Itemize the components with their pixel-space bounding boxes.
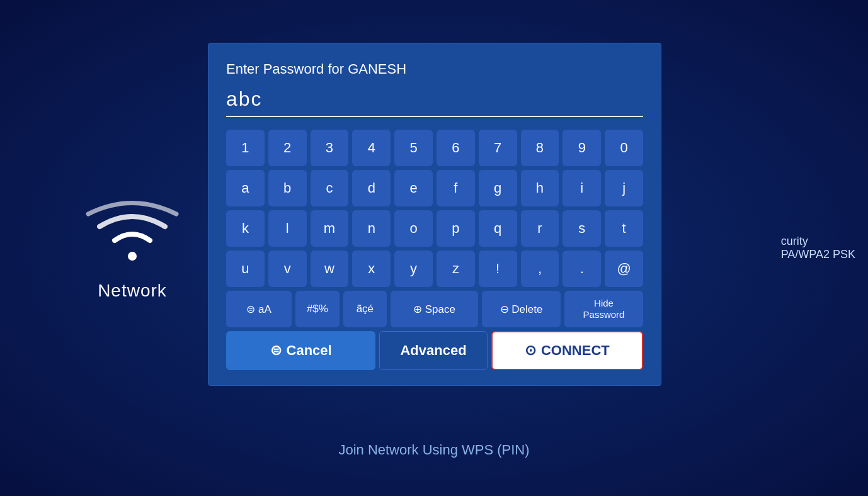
- key-k[interactable]: k: [226, 210, 265, 247]
- key-y[interactable]: y: [394, 251, 433, 287]
- key-row-u-at: u v w x y z ! , . @: [226, 251, 643, 287]
- key-9[interactable]: 9: [562, 130, 601, 166]
- key-f[interactable]: f: [437, 170, 475, 206]
- password-field[interactable]: abc: [226, 87, 643, 117]
- connect-button[interactable]: ⊙ CONNECT: [491, 331, 643, 370]
- key-at[interactable]: @: [605, 251, 643, 287]
- key-row-k-t: k l m n o p q r s t: [226, 210, 643, 247]
- key-exclamation[interactable]: !: [479, 251, 517, 287]
- key-w[interactable]: w: [311, 251, 349, 287]
- key-b[interactable]: b: [268, 170, 307, 206]
- svg-point-0: [128, 252, 137, 261]
- key-a[interactable]: a: [226, 170, 265, 206]
- key-q[interactable]: q: [479, 210, 517, 247]
- key-row-a-j: a b c d e f g h i j: [226, 170, 643, 206]
- key-5[interactable]: 5: [394, 130, 433, 166]
- key-s[interactable]: s: [562, 210, 601, 247]
- dialog-title: Enter Password for GANESH: [226, 61, 643, 77]
- key-row-special: ⊜ aA #$% ãçé ⊕ Space ⊖ Delete HidePasswo…: [226, 291, 643, 327]
- key-n[interactable]: n: [352, 210, 391, 247]
- on-screen-keyboard: 1 2 3 4 5 6 7 8 9 0 a b c d e f g h i j …: [226, 130, 643, 327]
- connect-icon: ⊙: [525, 342, 536, 359]
- key-i[interactable]: i: [562, 170, 601, 206]
- key-r[interactable]: r: [521, 210, 559, 247]
- key-0[interactable]: 0: [605, 130, 643, 166]
- key-j[interactable]: j: [605, 170, 643, 206]
- key-comma[interactable]: ,: [521, 251, 559, 287]
- key-d[interactable]: d: [352, 170, 391, 206]
- security-label: curity: [781, 235, 855, 248]
- wifi-icon: [82, 195, 183, 271]
- key-e[interactable]: e: [394, 170, 433, 206]
- key-m[interactable]: m: [311, 210, 349, 247]
- key-z[interactable]: z: [437, 251, 475, 287]
- wifi-area: Network: [82, 195, 183, 301]
- key-p[interactable]: p: [437, 210, 475, 247]
- right-info-panel: curity PA/WPA2 PSK: [781, 235, 855, 261]
- key-o[interactable]: o: [394, 210, 433, 247]
- security-value: PA/WPA2 PSK: [781, 248, 855, 261]
- wps-pin-text: Join Network Using WPS (PIN): [338, 442, 529, 458]
- key-2[interactable]: 2: [268, 130, 307, 166]
- key-g[interactable]: g: [479, 170, 517, 206]
- key-space[interactable]: ⊕ Space: [391, 291, 478, 327]
- key-period[interactable]: .: [562, 251, 601, 287]
- cancel-button[interactable]: ⊜ Cancel: [226, 331, 375, 370]
- key-toggle-case[interactable]: ⊜ aA: [226, 291, 292, 327]
- cancel-icon: ⊜: [270, 342, 282, 359]
- network-label: Network: [98, 281, 167, 301]
- cancel-label: Cancel: [287, 342, 332, 359]
- key-hide-password[interactable]: HidePassword: [564, 291, 643, 327]
- password-dialog: Enter Password for GANESH abc 1 2 3 4 5 …: [208, 43, 661, 386]
- key-7[interactable]: 7: [479, 130, 517, 166]
- key-8[interactable]: 8: [521, 130, 559, 166]
- advanced-button[interactable]: Advanced: [379, 331, 487, 370]
- connect-label: CONNECT: [541, 342, 610, 359]
- key-u[interactable]: u: [226, 251, 265, 287]
- action-row: ⊜ Cancel Advanced ⊙ CONNECT: [226, 331, 643, 370]
- key-3[interactable]: 3: [311, 130, 349, 166]
- key-accents[interactable]: ãçé: [343, 291, 387, 327]
- key-delete[interactable]: ⊖ Delete: [482, 291, 561, 327]
- key-l[interactable]: l: [268, 210, 307, 247]
- key-6[interactable]: 6: [437, 130, 475, 166]
- key-row-numbers: 1 2 3 4 5 6 7 8 9 0: [226, 130, 643, 166]
- key-c[interactable]: c: [311, 170, 349, 206]
- key-x[interactable]: x: [352, 251, 391, 287]
- key-h[interactable]: h: [521, 170, 559, 206]
- key-1[interactable]: 1: [226, 130, 265, 166]
- key-v[interactable]: v: [268, 251, 307, 287]
- key-4[interactable]: 4: [352, 130, 391, 166]
- advanced-label: Advanced: [400, 342, 466, 359]
- key-symbols[interactable]: #$%: [295, 291, 339, 327]
- key-t[interactable]: t: [605, 210, 643, 247]
